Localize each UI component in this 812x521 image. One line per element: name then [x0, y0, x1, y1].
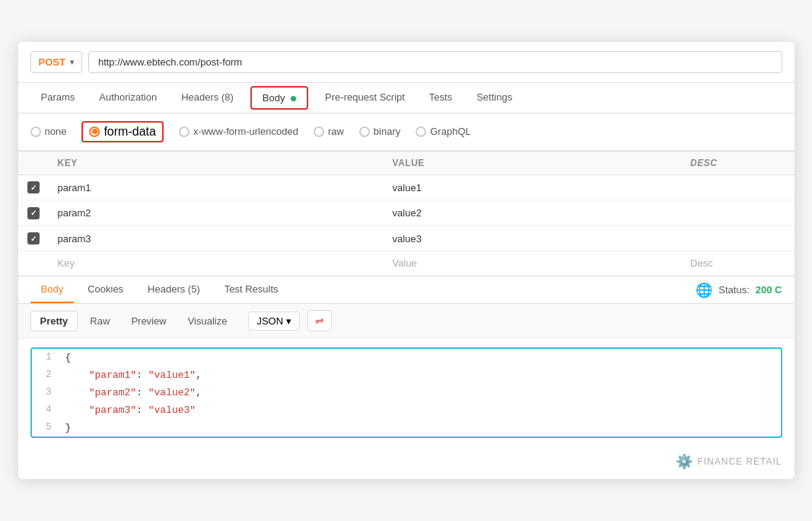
row3-value[interactable]: value3 — [384, 225, 681, 251]
method-label: POST — [39, 56, 65, 68]
row2-key[interactable]: param2 — [49, 200, 384, 226]
code-key-1: "param1" — [89, 369, 136, 381]
code-tabs-row: Pretty Raw Preview Visualize JSON ▾ ⇌ — [18, 304, 794, 338]
line-num-4: 4 — [32, 403, 59, 417]
code-tab-pretty[interactable]: Pretty — [30, 311, 78, 331]
table-row: ✓ param3 value3 — [18, 225, 794, 251]
format-label: JSON — [256, 315, 283, 327]
resp-tab-body[interactable]: Body — [30, 276, 75, 303]
code-container: 1 { 2 "param1": "value1", 3 "param2": "v… — [30, 347, 782, 438]
tab-prerequest[interactable]: Pre-request Script — [314, 84, 416, 112]
request-tabs: Params Authorization Headers (8) Body Pr… — [18, 83, 794, 113]
tab-tests[interactable]: Tests — [419, 84, 463, 112]
params-table: KEY VALUE DESC ✓ param1 value1 ✓ param2 … — [18, 151, 794, 276]
code-val-3: "value3" — [148, 404, 196, 416]
format-select[interactable]: JSON ▾ — [248, 312, 300, 331]
globe-icon: 🌐 — [696, 282, 712, 299]
table-empty-row: Key Value Desc — [18, 251, 794, 276]
body-type-row: none form-data x-www-form-urlencoded raw… — [18, 113, 794, 151]
radio-binary[interactable]: binary — [359, 126, 400, 137]
tab-body-label: Body — [263, 92, 285, 104]
th-check — [18, 151, 49, 174]
radio-graphql[interactable]: GraphQL — [416, 126, 470, 137]
code-line-1: 1 { — [32, 349, 781, 366]
row3-checkbox[interactable]: ✓ — [27, 232, 40, 245]
table-row: ✓ param1 value1 — [18, 174, 794, 200]
empty-key-placeholder[interactable]: Key — [58, 257, 75, 269]
line-content-4: "param3": "value3" — [59, 403, 202, 417]
radio-formdata-group[interactable]: form-data — [81, 121, 163, 142]
row2-value[interactable]: value2 — [384, 200, 681, 226]
th-desc: DESC — [681, 151, 794, 174]
row2-desc — [681, 200, 794, 226]
code-tab-visualize[interactable]: Visualize — [179, 312, 237, 331]
code-tab-preview[interactable]: Preview — [122, 312, 175, 331]
postman-window: POST ▾ Params Authorization Headers (8) … — [18, 42, 794, 480]
radio-none-circle — [30, 126, 41, 137]
line-content-5: } — [59, 420, 78, 435]
url-input[interactable] — [88, 51, 782, 73]
radio-urlencoded-label: x-www-form-urlencoded — [193, 126, 298, 137]
code-line-3: 3 "param2": "value2", — [32, 384, 781, 401]
watermark-text: FINANCE RETAIL — [697, 456, 782, 467]
radio-raw-label: raw — [328, 126, 344, 137]
line-num-2: 2 — [32, 368, 59, 382]
empty-value-placeholder[interactable]: Value — [393, 257, 417, 269]
body-tab-dot — [291, 96, 296, 101]
tab-settings[interactable]: Settings — [466, 84, 523, 112]
row1-checkbox[interactable]: ✓ — [27, 181, 40, 193]
tab-headers[interactable]: Headers (8) — [170, 84, 244, 112]
radio-raw-circle — [314, 126, 324, 137]
row2-checkbox[interactable]: ✓ — [27, 207, 40, 219]
wrap-icon: ⇌ — [315, 315, 324, 327]
row1-value[interactable]: value1 — [384, 174, 681, 200]
row3-desc — [681, 225, 794, 251]
resp-tab-testresults[interactable]: Test Results — [214, 276, 289, 303]
radio-urlencoded[interactable]: x-www-form-urlencoded — [179, 126, 298, 137]
radio-formdata-label: form-data — [103, 125, 155, 139]
code-line-2: 2 "param1": "value1", — [32, 366, 781, 384]
code-tab-raw[interactable]: Raw — [81, 312, 119, 331]
radio-graphql-circle — [416, 126, 426, 137]
code-val-1: "value1" — [148, 369, 196, 381]
row3-key[interactable]: param3 — [49, 225, 384, 251]
code-line-4: 4 "param3": "value3" — [32, 401, 781, 419]
method-dropdown-arrow: ▾ — [70, 58, 74, 66]
code-line-5: 5 } — [32, 419, 781, 436]
tab-authorization[interactable]: Authorization — [88, 84, 167, 112]
response-tabs: Body Cookies Headers (5) Test Results 🌐 … — [18, 276, 794, 304]
radio-binary-circle — [359, 126, 370, 137]
radio-binary-label: binary — [374, 126, 400, 137]
method-select[interactable]: POST ▾ — [30, 51, 82, 73]
th-key: KEY — [49, 151, 384, 174]
watermark-icon: ⚙️ — [676, 453, 693, 470]
code-key-2: "param2" — [89, 387, 136, 398]
radio-graphql-label: GraphQL — [430, 126, 470, 137]
status-label: Status: — [718, 284, 749, 296]
tab-body[interactable]: Body — [250, 86, 308, 110]
resp-tab-headers[interactable]: Headers (5) — [137, 276, 211, 303]
line-num-5: 5 — [32, 420, 59, 434]
radio-formdata-circle — [89, 126, 100, 137]
watermark: ⚙️ FINANCE RETAIL — [18, 447, 794, 479]
row1-desc — [681, 174, 794, 200]
line-content-1: { — [59, 350, 78, 365]
code-key-3: "param3" — [89, 404, 136, 416]
line-num-3: 3 — [32, 385, 59, 399]
line-content-2: "param1": "value1", — [59, 368, 208, 382]
row1-key[interactable]: param1 — [49, 174, 384, 200]
resp-tab-cookies[interactable]: Cookies — [77, 276, 134, 303]
code-val-2: "value2" — [148, 387, 196, 398]
status-area: 🌐 Status: 200 C — [696, 282, 782, 299]
radio-urlencoded-circle — [179, 126, 189, 137]
radio-none[interactable]: none — [30, 126, 67, 137]
th-value: VALUE — [384, 151, 681, 174]
radio-raw[interactable]: raw — [314, 126, 344, 137]
wrap-button[interactable]: ⇌ — [307, 310, 332, 331]
status-code: 200 C — [756, 284, 782, 296]
tab-params[interactable]: Params — [30, 84, 86, 112]
empty-desc-placeholder: Desc — [690, 257, 713, 269]
line-num-1: 1 — [32, 350, 59, 364]
table-row: ✓ param2 value2 — [18, 200, 794, 226]
url-bar: POST ▾ — [18, 42, 794, 83]
